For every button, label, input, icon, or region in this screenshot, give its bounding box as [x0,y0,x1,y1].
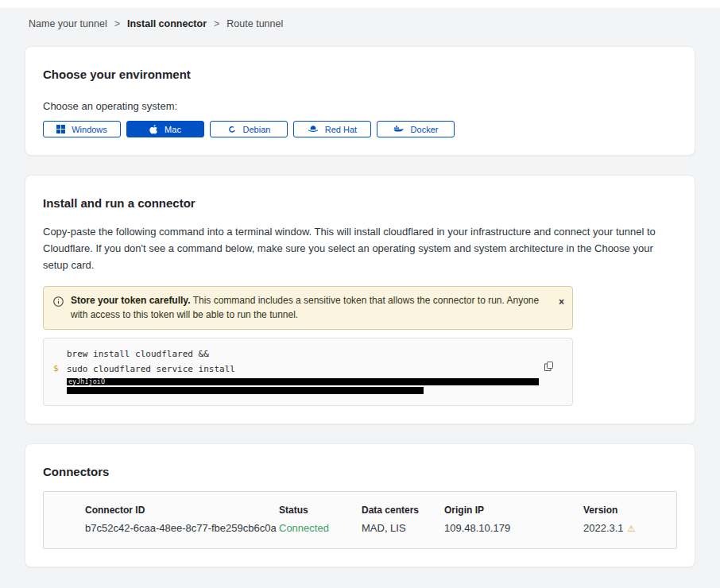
top-strip [0,0,720,8]
os-button-label: Debian [243,125,271,134]
connectors-table: Connector ID Status Data centers Origin … [43,491,677,549]
version-cell: 2022.3.1⚠ [583,522,668,534]
token-warning-banner: Store your token carefully. This command… [43,286,573,330]
install-description: Copy-paste the following command into a … [43,224,677,273]
close-icon[interactable]: × [559,297,564,307]
docker-icon [393,125,405,133]
connectors-card-title: Connectors [43,465,677,478]
shell-prompt: $ [53,363,59,373]
os-button-label: Docker [411,125,439,134]
version-warning-icon: ⚠ [628,524,636,533]
version-value: 2022.3.1 [583,522,624,534]
install-card-title: Install and run a connector [43,196,677,210]
data-centers-value: MAD, LIS [362,522,444,534]
apple-icon [149,124,158,134]
breadcrumb-step-route-tunnel[interactable]: Route tunnel [226,18,283,29]
origin-ip-value: 109.48.10.179 [444,522,583,534]
column-header-origin-ip: Origin IP [444,505,583,516]
install-command-codeblock: $ brew install cloudflared && sudo cloud… [43,338,573,406]
debian-icon [227,125,237,134]
code-lines: brew install cloudflared && sudo cloudfl… [67,346,540,394]
breadcrumb-separator: > [114,18,120,29]
column-header-version: Version [583,505,668,516]
redhat-icon [308,125,319,133]
redacted-token-bar: eyJhIjoiO [67,378,539,385]
column-header-connector-id: Connector ID [85,505,279,516]
warning-text-bold: Store your token carefully. [71,295,191,306]
breadcrumb-separator: > [214,18,219,29]
breadcrumb: Name your tunnel > Install connector > R… [0,8,720,29]
main-content: Choose your environment Choose an operat… [25,46,695,588]
redacted-token-bar [67,387,424,394]
os-button-windows[interactable]: Windows [43,121,121,137]
code-line-1: brew install cloudflared && [67,346,540,362]
os-button-mac[interactable]: Mac [126,121,204,137]
copy-icon[interactable] [544,362,553,373]
info-icon [53,296,64,322]
os-label: Choose an operating system: [43,100,677,112]
environment-card-title: Choose your environment [43,68,677,81]
os-button-label: Red Hat [325,125,357,134]
breadcrumb-step-install-connector[interactable]: Install connector [127,18,207,29]
os-button-row: Windows Mac Debian Red Hat [43,121,677,137]
connectors-card: Connectors Connector ID Status Data cent… [25,443,695,567]
os-button-debian[interactable]: Debian [210,121,288,137]
environment-card: Choose your environment Choose an operat… [25,46,695,156]
column-header-data-centers: Data centers [362,505,444,516]
token-prefix: eyJhIjoiO [67,378,539,385]
os-button-docker[interactable]: Docker [377,121,455,137]
warning-text: Store your token carefully. This command… [71,294,548,322]
windows-icon [56,125,65,133]
connector-id-value: b7c52c42-6caa-48ee-8c77-fbe259cb6c0a [85,522,279,534]
status-badge: Connected [279,522,362,534]
os-button-label: Windows [72,125,107,134]
column-header-status: Status [279,505,362,516]
code-line-2: sudo cloudflared service install [67,362,540,377]
os-button-redhat[interactable]: Red Hat [293,121,371,137]
breadcrumb-step-name-your-tunnel[interactable]: Name your tunnel [29,18,107,29]
os-button-label: Mac [165,125,181,134]
install-card: Install and run a connector Copy-paste t… [25,175,695,424]
